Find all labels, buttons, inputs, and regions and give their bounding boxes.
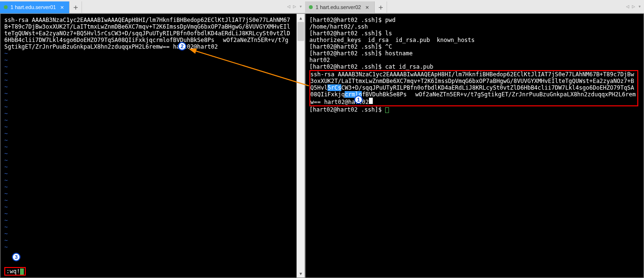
vi-tilde-line: ~ xyxy=(4,210,295,217)
vi-tilde-line: ~ xyxy=(4,164,295,170)
status-dot-icon xyxy=(4,5,8,9)
vi-tilde-line: ~ xyxy=(4,184,295,190)
cursor-icon xyxy=(369,98,373,104)
vi-tilde-line: ~ xyxy=(4,130,295,137)
tab-nav-left: ◁ ▷ ▾ xyxy=(286,2,303,10)
vi-tilde-line: ~ xyxy=(4,217,295,224)
callout-3: 3 xyxy=(12,253,20,261)
vi-tilde-line: ~ xyxy=(4,77,295,83)
prompt-line: [hart02@hart02 .ssh]$ xyxy=(309,106,640,113)
callout-2: 2 xyxy=(178,42,186,51)
vi-tilde-line: ~ xyxy=(4,204,295,210)
output-line: hart02 xyxy=(309,57,640,63)
ssh-key-content: ssh-rsa AAAAB3NzaC1yc2EAAAABIwAAAQEApH8H… xyxy=(4,17,290,50)
vi-tilde-line: ~ xyxy=(4,230,295,237)
vi-tilde-line: ~ xyxy=(4,137,295,144)
tab-server02[interactable]: 1 hart.edu.server02 × xyxy=(305,1,375,13)
cursor-icon xyxy=(20,268,24,275)
highlighted-text: 5rCs xyxy=(327,84,341,91)
tab-bar-right: 1 hart.edu.server02 × + ◁ ▷ ▾ xyxy=(305,0,644,13)
vi-tilde-line: ~ xyxy=(4,190,295,197)
prompt-line: [hart02@hart02 .ssh]$ ls xyxy=(309,30,640,37)
tab-next-icon[interactable]: ▷ xyxy=(292,2,297,10)
tab-nav-right: ◁ ▷ ▾ xyxy=(625,2,642,10)
tab-label: 1 hart.edu.server01 xyxy=(10,4,56,10)
add-tab-button[interactable]: + xyxy=(375,1,387,13)
prompt-line: [hart02@hart02 .ssh]$ cat id_rsa.pub xyxy=(309,63,640,70)
vi-tilde-line: ~ xyxy=(4,150,295,157)
left-pane: 1 hart.edu.server01 × + ◁ ▷ ▾ ssh-rsa AA… xyxy=(0,0,305,278)
vi-tilde-line: ~ xyxy=(4,57,295,63)
vi-tilde-line: ~ xyxy=(4,83,295,90)
scroll-down-icon[interactable]: ▼ xyxy=(297,269,305,278)
right-pane: 1 hart.edu.server02 × + ◁ ▷ ▾ [hart02@ha… xyxy=(305,0,644,278)
tab-prev-icon[interactable]: ◁ xyxy=(286,2,291,10)
terminal-left[interactable]: ssh-rsa AAAAB3NzaC1yc2EAAAABIwAAAQEApH8H… xyxy=(0,13,305,278)
tab-server01[interactable]: 1 hart.edu.server01 × xyxy=(0,1,70,13)
terminal-right[interactable]: [hart02@hart02 .ssh]$ pwd /home/hart02/.… xyxy=(305,13,644,278)
tab-bar-left: 1 hart.edu.server01 × + ◁ ▷ ▾ xyxy=(0,0,305,13)
add-tab-button[interactable]: + xyxy=(70,1,82,13)
vi-tilde-line: ~ xyxy=(4,170,295,177)
vi-tilde-line: ~ xyxy=(4,177,295,184)
vi-tilde-line: ~ xyxy=(4,90,295,97)
tab-menu-icon[interactable]: ▾ xyxy=(298,2,303,10)
close-icon[interactable]: × xyxy=(59,4,65,10)
tab-menu-icon[interactable]: ▾ xyxy=(637,2,642,10)
tab-next-icon[interactable]: ▷ xyxy=(631,2,636,10)
vi-tilde-line: ~ xyxy=(4,124,295,130)
vi-tilde-line: ~ xyxy=(4,197,295,204)
callout-1: 1 xyxy=(354,95,363,104)
close-icon[interactable]: × xyxy=(364,4,370,10)
vi-tilde-line: ~ xyxy=(4,117,295,124)
vi-tilde-line: ~ xyxy=(4,97,295,103)
scrollbar-thumb[interactable] xyxy=(297,22,304,41)
vi-tilde-line: ~ xyxy=(4,70,295,77)
prompt-line: [hart02@hart02 .ssh]$ ^C xyxy=(309,43,640,50)
scrollbar-vertical[interactable]: ▲ ▼ xyxy=(296,14,305,278)
vi-tilde-line: ~ xyxy=(4,110,295,117)
tab-prev-icon[interactable]: ◁ xyxy=(625,2,630,10)
output-line: authorized_keys id_rsa id_rsa.pub known_… xyxy=(309,37,640,43)
vi-tilde-line: ~ xyxy=(4,144,295,150)
vi-tilde-line: ~ xyxy=(4,63,295,70)
vi-tilde-line: ~ xyxy=(4,103,295,110)
output-line: /home/hart02/.ssh xyxy=(309,23,640,30)
vi-tilde-line: ~ xyxy=(4,50,295,57)
prompt-line: [hart02@hart02 .ssh]$ pwd xyxy=(309,17,640,23)
vi-tilde-line: ~ xyxy=(4,157,295,164)
vi-tilde-line: ~ xyxy=(4,237,295,244)
scroll-up-icon[interactable]: ▲ xyxy=(297,14,305,22)
cursor-icon xyxy=(385,107,389,113)
status-dot-icon xyxy=(309,5,313,9)
prompt-line: [hart02@hart02 .ssh]$ hostname xyxy=(309,50,640,57)
tab-label: 1 hart.edu.server02 xyxy=(316,4,361,10)
vi-tilde-line: ~ xyxy=(4,224,295,230)
vi-status-line: :wq! xyxy=(4,267,26,276)
vi-tilde-line: ~ xyxy=(4,244,295,250)
